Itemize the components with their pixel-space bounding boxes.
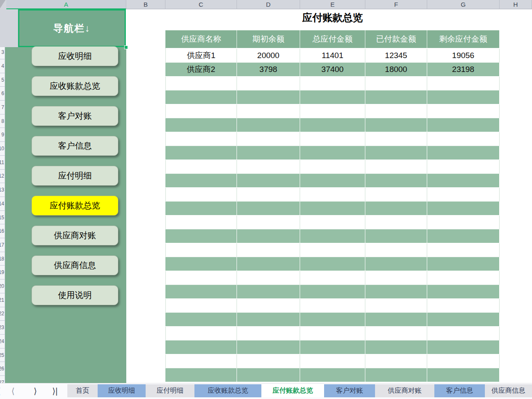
selection-fill-handle[interactable]	[124, 45, 128, 49]
table-cell[interactable]	[427, 299, 500, 313]
table-cell[interactable]: 11401	[300, 49, 365, 63]
row-header-7[interactable]: 7	[0, 101, 5, 114]
table-cell[interactable]	[365, 132, 427, 146]
table-cell[interactable]	[427, 202, 500, 215]
table-cell[interactable]	[165, 90, 237, 104]
sheet-tab-7[interactable]: 供应商对账	[375, 384, 434, 397]
table-cell[interactable]	[237, 340, 300, 354]
column-header-b[interactable]: B	[126, 0, 165, 9]
row-header-17[interactable]: 17	[0, 238, 5, 252]
table-cell[interactable]	[165, 368, 237, 382]
table-cell[interactable]	[237, 104, 300, 118]
table-cell[interactable]	[165, 354, 237, 368]
first-sheet-icon[interactable]: ⟨	[0, 386, 1, 396]
table-cell[interactable]	[165, 132, 237, 146]
table-cell[interactable]	[365, 146, 427, 160]
nav-button-8[interactable]: 供应商信息	[32, 255, 118, 275]
row-header-5[interactable]: 5	[0, 73, 5, 87]
row-header-20[interactable]: 20	[0, 279, 5, 293]
table-cell[interactable]: 20000	[237, 49, 300, 63]
row-header-18[interactable]: 18	[0, 252, 5, 266]
row-header-25[interactable]: 25	[0, 348, 5, 362]
column-header-a[interactable]: A	[6, 0, 126, 9]
table-cell[interactable]	[237, 313, 300, 327]
table-cell[interactable]	[237, 146, 300, 160]
table-cell[interactable]	[300, 340, 365, 354]
next-sheet-icon[interactable]: ⟩	[34, 386, 37, 396]
table-cell[interactable]	[427, 354, 500, 368]
nav-button-3[interactable]: 客户对账	[32, 106, 118, 126]
table-cell[interactable]	[300, 104, 365, 118]
table-cell[interactable]	[237, 327, 300, 340]
table-header-cell[interactable]: 剩余应付金额	[427, 30, 500, 49]
table-cell[interactable]	[365, 285, 427, 299]
nav-button-4[interactable]: 客户信息	[32, 136, 118, 156]
table-cell[interactable]	[300, 77, 365, 90]
table-cell[interactable]	[365, 354, 427, 368]
table-cell[interactable]	[365, 229, 427, 243]
table-cell[interactable]: 18000	[365, 63, 427, 77]
row-header-27[interactable]: 27	[0, 376, 5, 383]
table-cell[interactable]	[237, 354, 300, 368]
table-cell[interactable]	[165, 77, 237, 90]
table-cell[interactable]	[300, 313, 365, 327]
column-header-c[interactable]: C	[165, 0, 237, 9]
table-cell[interactable]	[427, 285, 500, 299]
table-cell[interactable]	[165, 340, 237, 354]
table-cell[interactable]: 19056	[427, 49, 500, 63]
table-cell[interactable]	[165, 146, 237, 160]
row-header-22[interactable]: 22	[0, 307, 5, 321]
nav-button-2[interactable]: 应收账款总览	[32, 76, 118, 96]
table-cell[interactable]	[427, 146, 500, 160]
table-header-cell[interactable]: 已付款金额	[365, 30, 427, 49]
sheet-tab-6[interactable]: 客户对账	[324, 384, 375, 397]
table-cell[interactable]	[237, 118, 300, 132]
table-cell[interactable]: 12345	[365, 49, 427, 63]
table-cell[interactable]	[427, 132, 500, 146]
select-all-corner[interactable]	[0, 0, 7, 10]
table-cell[interactable]	[300, 146, 365, 160]
table-cell[interactable]	[237, 299, 300, 313]
table-cell[interactable]	[300, 229, 365, 243]
row-header-12[interactable]: 12	[0, 170, 5, 184]
row-header-10[interactable]: 10	[0, 142, 5, 156]
table-cell[interactable]	[165, 174, 237, 188]
table-cell[interactable]	[300, 90, 365, 104]
table-cell[interactable]	[365, 340, 427, 354]
last-sheet-icon[interactable]: ⟩|	[52, 386, 58, 396]
table-cell[interactable]	[165, 327, 237, 340]
table-cell[interactable]	[237, 90, 300, 104]
nav-button-9[interactable]: 使用说明	[32, 285, 118, 305]
table-cell[interactable]	[165, 202, 237, 215]
sheet-tab-9[interactable]: 供应商信息	[485, 384, 532, 397]
table-cell[interactable]	[300, 215, 365, 229]
row-header-6[interactable]: 6	[0, 87, 5, 101]
table-cell[interactable]	[237, 77, 300, 90]
row-header-14[interactable]: 14	[0, 197, 5, 211]
column-header-g[interactable]: G	[427, 0, 500, 9]
row-header-26[interactable]: 26	[0, 362, 5, 376]
nav-button-1[interactable]: 应收明细	[32, 46, 118, 66]
table-cell[interactable]	[300, 354, 365, 368]
table-cell[interactable]	[365, 104, 427, 118]
table-cell[interactable]	[165, 271, 237, 285]
table-cell[interactable]	[300, 188, 365, 202]
table-cell[interactable]	[365, 202, 427, 215]
table-cell[interactable]	[365, 77, 427, 90]
nav-button-5[interactable]: 应付明细	[32, 166, 118, 186]
table-cell[interactable]	[165, 299, 237, 313]
table-cell[interactable]: 37400	[300, 63, 365, 77]
table-cell[interactable]	[237, 243, 300, 257]
row-header-19[interactable]: 19	[0, 266, 5, 280]
nav-button-7[interactable]: 供应商对账	[32, 226, 118, 245]
sheet-tab-1[interactable]: 首页	[67, 384, 98, 397]
table-cell[interactable]	[300, 368, 365, 382]
table-cell[interactable]	[427, 118, 500, 132]
table-cell[interactable]: 供应商1	[165, 49, 237, 63]
row-header-11[interactable]: 11	[0, 156, 5, 170]
table-cell[interactable]	[237, 188, 300, 202]
table-cell[interactable]	[237, 229, 300, 243]
table-cell[interactable]	[237, 257, 300, 271]
table-cell[interactable]	[165, 104, 237, 118]
table-cell[interactable]	[300, 174, 365, 188]
